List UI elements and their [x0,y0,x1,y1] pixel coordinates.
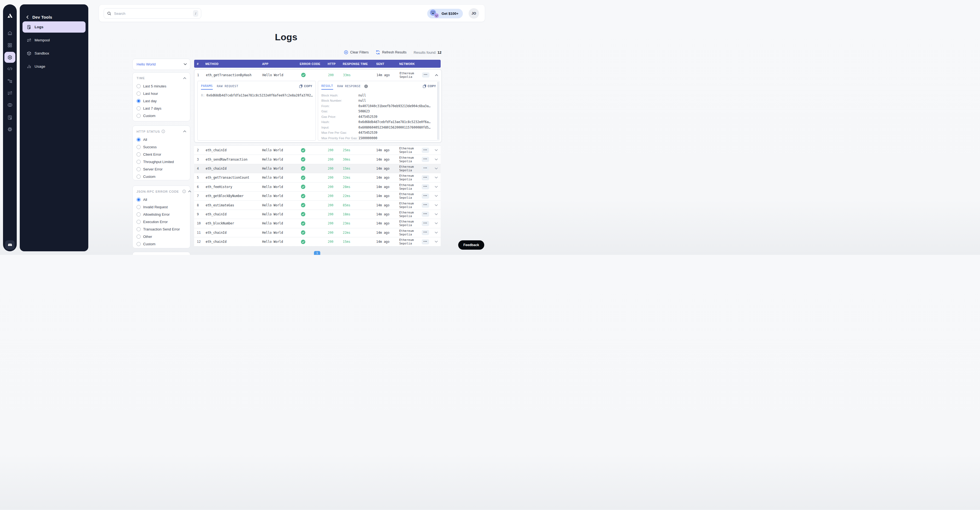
collapse-chevron-icon[interactable] [183,77,186,79]
network-cell: Ethereum Sepolia [398,211,421,218]
row-actions-button[interactable]: ••• [422,148,429,153]
clear-filters-button[interactable]: Clear Filters [344,50,369,54]
info-icon[interactable] [162,130,165,133]
expand-row-chevron-icon[interactable] [432,232,441,234]
radio-option[interactable]: Last hour [137,90,186,97]
table-row[interactable]: 8 eth_estimateGas Hello World 200 85ms 1… [194,200,441,210]
home-icon[interactable] [7,31,12,36]
sidebar-title: Dev Tools [32,15,52,19]
report-search-icon[interactable] [7,115,12,120]
expand-row-chevron-icon[interactable] [432,213,441,215]
row-actions-button[interactable]: ••• [422,184,429,189]
collapse-row-chevron-icon[interactable] [432,74,441,76]
expand-row-chevron-icon[interactable] [432,158,441,160]
app-selector-dropdown[interactable]: Hello World [132,59,190,70]
row-actions-button[interactable]: ••• [422,221,429,226]
radio-option[interactable]: Last 5 minutes [137,83,186,90]
info-icon[interactable] [364,84,368,88]
radio-option[interactable]: Other [137,233,186,240]
radio-option[interactable]: Server Error [137,165,186,173]
sidebar-item-label: Sandbox [35,51,49,56]
row-actions-button[interactable]: ••• [422,239,429,245]
expand-row-chevron-icon[interactable] [432,167,441,170]
back-chevron-icon[interactable] [26,15,29,19]
radio-icon [137,227,141,231]
tab-result[interactable]: RESULT [321,84,333,90]
table-row[interactable]: 10 eth_blockNumber Hello World 200 23ms … [194,219,441,228]
table-row[interactable]: 4 eth_chainId Hello World 200 15ms 14m a… [194,164,441,173]
tab-raw-response[interactable]: RAW RESPONSE [337,84,361,89]
feedback-button[interactable]: Feedback [458,240,484,249]
radio-option[interactable]: Custom [137,173,186,180]
collapse-chevron-icon[interactable] [183,130,186,132]
search-input[interactable]: Search / [103,8,201,19]
tab-params[interactable]: PARAMS [201,84,213,90]
row-actions-button[interactable]: ••• [422,194,429,199]
radio-icon [137,138,141,142]
transfers-icon[interactable] [7,91,13,95]
row-actions-button[interactable]: ••• [422,72,430,78]
expand-row-chevron-icon[interactable] [432,176,441,179]
expand-row-chevron-icon[interactable] [432,204,441,207]
expand-row-chevron-icon[interactable] [432,186,441,188]
radio-option[interactable]: All [137,136,186,143]
expand-row-chevron-icon[interactable] [432,195,441,197]
table-row[interactable]: 3 eth_sendRawTransaction Hello World 200… [194,154,441,164]
row-actions-button[interactable]: ••• [422,157,429,162]
radio-option[interactable]: Invalid Request [137,203,186,211]
chevron-down-icon [184,63,187,65]
row-actions-button[interactable]: ••• [422,203,429,208]
row-actions-button[interactable]: ••• [422,230,429,235]
copy-request-button[interactable]: COPY [299,84,312,88]
results-count: Results found:12 [414,51,441,54]
radio-option[interactable]: Transaction Send Error [137,226,186,233]
sidebar-item-mempool[interactable]: Mempool [22,35,86,46]
success-check-icon [296,73,326,77]
row-actions-button[interactable]: ••• [422,175,429,180]
pagination-page-1[interactable]: 1 [314,251,320,255]
expand-row-chevron-icon[interactable] [432,149,441,151]
info-icon[interactable] [182,190,186,193]
expand-row-chevron-icon[interactable] [432,222,441,224]
refresh-results-button[interactable]: Refresh Results [375,50,406,54]
tab-raw-request[interactable]: RAW REQUEST [217,84,238,89]
radio-option[interactable]: Client Error [137,151,186,158]
pipeline-icon[interactable] [7,79,12,84]
table-row[interactable]: 12 eth_chainId Hello World 200 15ms 14m … [194,237,441,246]
copy-response-button[interactable]: COPY [423,84,436,88]
radio-icon [137,99,141,103]
radio-option[interactable]: Allowlisting Error [137,211,186,218]
radio-option[interactable]: All [137,196,186,203]
tokens-icon[interactable] [7,103,13,107]
get-credit-button[interactable]: Get $100+ [427,9,463,18]
filter-card-partial [132,252,190,255]
radio-option[interactable]: Last 7 days [137,105,186,112]
table-row[interactable]: 9 eth_chainId Hello World 200 18ms 14m a… [194,210,441,219]
expand-row-chevron-icon[interactable] [432,241,441,243]
table-row[interactable]: 7 eth_getBlockByNumber Hello World 200 2… [194,191,441,200]
radio-option[interactable]: Last day [137,97,186,105]
gear-icon[interactable] [7,127,12,132]
sidebar-item-sandbox[interactable]: Sandbox [22,48,86,59]
radio-option[interactable]: Throughput Limited [137,158,186,165]
radio-option[interactable]: Success [137,143,186,151]
row-actions-button[interactable]: ••• [422,166,429,171]
table-row[interactable]: 11 eth_chainId Hello World 200 22ms 14m … [194,228,441,237]
avatar[interactable]: JO [469,8,479,19]
code-icon[interactable] [7,67,13,71]
row-actions-button[interactable]: ••• [422,211,429,217]
radio-option[interactable]: Execution Error [137,218,186,226]
table-row[interactable]: 6 eth_feeHistory Hello World 200 28ms 14… [194,182,441,191]
scrollbar[interactable] [438,82,439,140]
collapse-chevron-icon[interactable] [188,191,191,192]
table-row[interactable]: 2 eth_chainId Hello World 200 25ms 14m a… [194,146,441,154]
sidebar-item-logs[interactable]: Logs [22,21,86,33]
sidebar-item-usage[interactable]: Usage [22,61,86,72]
devtools-hexagon-icon[interactable] [7,55,13,60]
table-row[interactable]: 5 eth_getTransactionCount Hello World 20… [194,173,441,182]
discord-icon[interactable] [5,240,14,249]
radio-option[interactable]: Custom [137,240,186,248]
table-row[interactable]: 1 eth_getTransactionByHash Hello World 2… [194,70,441,80]
apps-icon[interactable] [7,43,12,48]
radio-option[interactable]: Custom [137,112,186,119]
